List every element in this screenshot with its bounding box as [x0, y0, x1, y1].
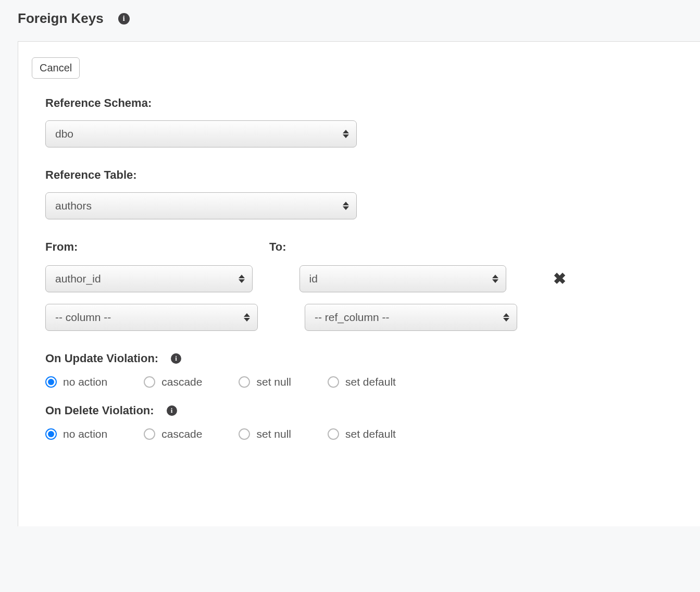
cancel-button[interactable]: Cancel	[32, 57, 80, 79]
on-delete-cascade[interactable]: cascade	[144, 428, 202, 440]
from-column-placeholder: -- column --	[55, 311, 111, 324]
reference-table-value: authors	[55, 200, 92, 212]
to-column-placeholder-select[interactable]: -- ref_column --	[305, 304, 517, 331]
on-update-no-action[interactable]: no action	[45, 376, 107, 388]
from-label: From:	[45, 240, 222, 254]
on-delete-label: On Delete Violation: i	[45, 404, 566, 417]
chevron-updown-icon	[239, 275, 245, 283]
on-update-set-null[interactable]: set null	[239, 376, 291, 388]
reference-schema-value: dbo	[55, 128, 73, 140]
from-column-value: author_id	[55, 273, 101, 285]
on-update-cascade[interactable]: cascade	[144, 376, 202, 388]
reference-table-label: Reference Table:	[45, 168, 566, 182]
on-update-radio-group: no action cascade set null set default	[45, 376, 566, 388]
to-column-placeholder: -- ref_column --	[315, 311, 390, 324]
on-delete-radio-group: no action cascade set null set default	[45, 428, 566, 440]
on-delete-no-action[interactable]: no action	[45, 428, 107, 440]
chevron-updown-icon	[343, 130, 349, 138]
to-label: To:	[269, 240, 446, 254]
info-icon[interactable]: i	[171, 353, 181, 364]
reference-schema-select[interactable]: dbo	[45, 120, 357, 147]
on-delete-set-null[interactable]: set null	[239, 428, 291, 440]
chevron-updown-icon	[343, 202, 349, 210]
chevron-updown-icon	[503, 313, 509, 322]
from-column-select[interactable]: author_id	[45, 265, 253, 292]
info-icon[interactable]: i	[167, 405, 177, 416]
foreign-key-panel: Cancel Reference Schema: dbo Reference T…	[18, 41, 700, 526]
remove-mapping-icon[interactable]: ✖	[553, 271, 566, 287]
on-update-set-default[interactable]: set default	[328, 376, 396, 388]
chevron-updown-icon	[492, 275, 498, 283]
section-title: Foreign Keys	[18, 10, 104, 27]
from-column-placeholder-select[interactable]: -- column --	[45, 304, 258, 331]
reference-schema-label: Reference Schema:	[45, 96, 566, 110]
info-icon[interactable]: i	[118, 13, 130, 24]
on-delete-set-default[interactable]: set default	[328, 428, 396, 440]
chevron-updown-icon	[244, 313, 250, 322]
reference-table-select[interactable]: authors	[45, 192, 357, 219]
on-update-label: On Update Violation: i	[45, 352, 566, 365]
to-column-select[interactable]: id	[299, 265, 507, 292]
to-column-value: id	[309, 273, 318, 285]
